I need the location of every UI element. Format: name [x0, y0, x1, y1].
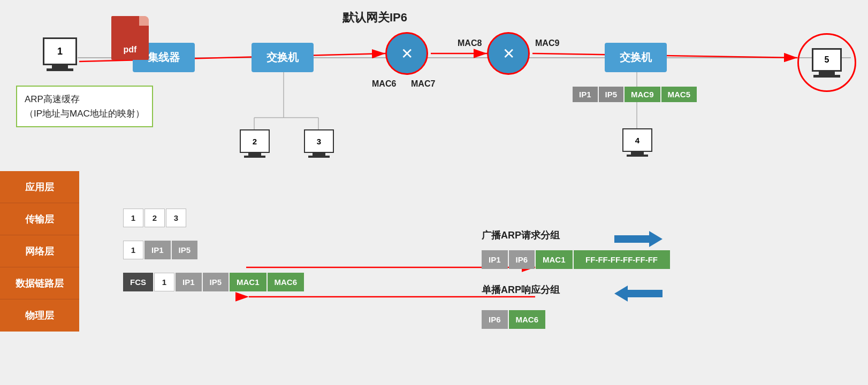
node-pc2: 2: [240, 129, 270, 158]
switch2-table: IP1 IP5 MAC9 MAC5: [573, 87, 697, 102]
osi-layers: 应用层 传输层 网络层 数据链路层 物理层: [0, 171, 79, 332]
pc4-base: [627, 155, 648, 157]
pdf-icon: pdf: [111, 16, 149, 60]
pc3-base: [308, 156, 330, 158]
seg-1-1: 1: [123, 209, 143, 227]
pc1-base: [47, 68, 73, 71]
layer-physical: 物理层: [0, 299, 79, 332]
table-ip5: IP5: [599, 87, 624, 102]
switch1-box: 交换机: [252, 43, 314, 72]
pc4-icon: 4: [622, 128, 652, 152]
pdf-doc: pdf: [111, 16, 149, 60]
net-1: 1: [123, 241, 143, 259]
frame-ip5: IP5: [203, 273, 229, 291]
arp-cache-box: ARP高速缓存 （IP地址与MAC地址的映射）: [16, 86, 153, 127]
node-pc3: 3: [304, 129, 334, 158]
seg-1-3: 3: [166, 209, 186, 227]
pc3-icon: 3: [304, 129, 334, 153]
net-ip1: IP1: [144, 241, 171, 259]
mac9-label: MAC9: [535, 38, 559, 48]
layer-network: 网络层: [0, 235, 79, 267]
unicast-packet: IP6 MAC6: [482, 310, 545, 329]
gateway-label: 默认网关IP6: [342, 10, 407, 26]
net-ip5: IP5: [172, 241, 198, 259]
mac8-label: MAC8: [458, 38, 482, 48]
pc5-base: [813, 75, 840, 78]
frame-1: 1: [154, 273, 174, 291]
table-ip1: IP1: [573, 87, 598, 102]
layer-application: 应用层: [0, 171, 79, 203]
table-mac5: MAC5: [661, 87, 697, 102]
bcast-mac1: MAC1: [536, 250, 573, 269]
network-layer-row: 1 IP1 IP5: [123, 241, 197, 259]
frame-ip1: IP1: [176, 273, 202, 291]
switch2-box: 交换机: [605, 43, 667, 72]
pc5-circle: 5: [797, 33, 856, 92]
router2-icon: ✕: [502, 45, 515, 63]
layer-datalink: 数据链路层: [0, 267, 79, 299]
pc1-icon: 1: [43, 37, 77, 65]
pc2-icon: 2: [240, 129, 270, 153]
seg-1-2: 2: [144, 209, 165, 227]
frame-mac1: MAC1: [230, 273, 267, 291]
unicast-arrow: [614, 286, 663, 304]
svg-marker-15: [614, 286, 663, 302]
ucast-ip6: IP6: [482, 310, 508, 329]
datalink-frame: FCS 1 IP1 IP5 MAC1 MAC6: [123, 273, 304, 291]
frame-fcs: FCS: [123, 273, 153, 291]
bcast-ip1: IP1: [482, 250, 508, 269]
pdf-label: pdf: [124, 45, 137, 55]
bcast-ip6: IP6: [509, 250, 535, 269]
svg-marker-14: [614, 231, 663, 247]
node-pc4: 4: [622, 128, 652, 157]
mac6-label: MAC6: [372, 79, 396, 89]
ucast-mac6: MAC6: [509, 310, 546, 329]
broadcast-arrow: [614, 231, 663, 249]
layer-transport: 传输层: [0, 203, 79, 235]
router1: ✕: [385, 32, 428, 75]
mac7-label: MAC7: [411, 79, 435, 89]
pc5-icon: 5: [812, 48, 842, 72]
pc2-base: [244, 156, 265, 158]
router1-icon: ✕: [401, 45, 413, 63]
table-mac9: MAC9: [625, 87, 660, 102]
bcast-ff: FF-FF-FF-FF-FF-FF: [574, 250, 670, 269]
unicast-label: 单播ARP响应分组: [482, 283, 560, 296]
main-container: 默认网关IP6 1 集线器 交换机 ✕ MAC6 MAC7 MAC8 ✕ MAC…: [0, 0, 868, 385]
node-pc5: 5: [797, 33, 856, 92]
broadcast-label: 广播ARP请求分组: [482, 229, 560, 242]
frame-mac6: MAC6: [268, 273, 304, 291]
segment-row1: 1 2 3: [123, 209, 186, 227]
router2: ✕: [487, 32, 530, 75]
broadcast-packet: IP1 IP6 MAC1 FF-FF-FF-FF-FF-FF: [482, 250, 670, 269]
node-pc1: 1: [43, 37, 77, 71]
